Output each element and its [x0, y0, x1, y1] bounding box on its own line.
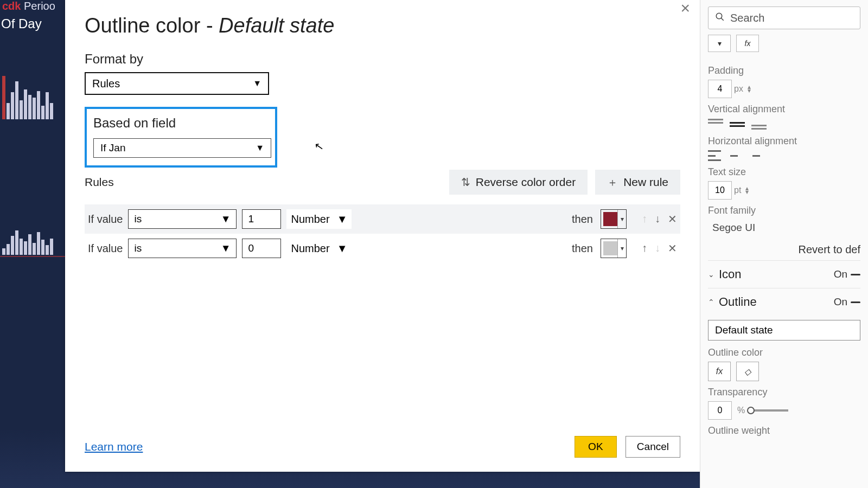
- conditional-formatting-dialog: × Outline color - Default state Format b…: [65, 0, 700, 472]
- dialog-title: Outline color - Default state: [85, 14, 680, 37]
- outline-section-header[interactable]: ⌃Outline On: [708, 288, 860, 316]
- transparency-unit: %: [737, 406, 745, 415]
- revert-to-default-link[interactable]: Revert to def: [708, 236, 860, 260]
- text-size-unit: pt: [734, 185, 741, 195]
- padding-label: Padding: [708, 65, 860, 76]
- valign-label: Vertical alignment: [708, 104, 860, 115]
- dialog-title-main: Outline color -: [85, 14, 219, 37]
- valign-top-icon[interactable]: [708, 118, 723, 130]
- color-swatch: [603, 241, 617, 255]
- based-on-field-highlight: Based on field If Jan ▼: [85, 107, 277, 168]
- chevron-down-icon: ▼: [337, 242, 348, 255]
- chevron-down-icon: ▾: [718, 39, 722, 48]
- close-icon[interactable]: ×: [680, 0, 690, 16]
- then-label: then: [572, 242, 593, 255]
- halign-left-icon[interactable]: [708, 150, 721, 161]
- valign-middle-icon[interactable]: [730, 118, 745, 130]
- of-day-label: Of Day: [0, 16, 65, 31]
- svg-line-1: [721, 18, 724, 21]
- chevron-down-icon: ▼: [221, 213, 231, 225]
- transparency-slider[interactable]: [750, 409, 788, 412]
- chevron-down-icon: ▼: [253, 79, 261, 88]
- transparency-input[interactable]: 0: [708, 401, 732, 420]
- chevron-down-icon: ▼: [221, 242, 231, 254]
- search-input[interactable]: Search: [708, 7, 860, 29]
- reverse-color-order-label: Reverse color order: [476, 176, 576, 189]
- rule-row: If value is▼ Number▼ then ▾ ↑ ↓ ✕: [85, 204, 680, 234]
- new-rule-button[interactable]: ＋ New rule: [595, 170, 680, 195]
- move-up-icon[interactable]: ↑: [642, 242, 647, 255]
- plus-icon: ＋: [607, 175, 618, 190]
- reverse-color-order-button[interactable]: ⇅ Reverse color order: [449, 170, 588, 195]
- move-up-icon: ↑: [642, 213, 647, 226]
- chevron-down-icon: ⌄: [708, 270, 714, 279]
- halign-group: [708, 150, 860, 161]
- rule-row: If value is▼ Number▼ then ▾ ↑ ↓ ✕: [85, 234, 680, 263]
- sort-icon: ⇅: [461, 176, 470, 189]
- chevron-up-icon: ⌃: [708, 298, 714, 306]
- font-family-value[interactable]: Segoe UI: [708, 220, 860, 236]
- move-down-icon: ↓: [655, 242, 660, 255]
- fx-button[interactable]: fx: [708, 362, 731, 381]
- rule-value-input[interactable]: [242, 239, 281, 258]
- transparency-label: Transparency: [708, 387, 860, 398]
- format-by-label: Format by: [85, 52, 680, 67]
- based-on-field-select[interactable]: If Jan ▼: [93, 138, 271, 158]
- padding-input[interactable]: 4: [708, 80, 732, 98]
- outline-color-label: Outline color: [708, 347, 860, 358]
- close-icon[interactable]: ✕: [668, 213, 677, 226]
- chevron-down-icon: ▾: [617, 210, 626, 228]
- cursor-icon: ↖: [314, 139, 325, 154]
- stepper-icon[interactable]: ▴▾: [748, 85, 751, 93]
- rules-list: If value is▼ Number▼ then ▾ ↑ ↓ ✕ If val…: [85, 204, 680, 263]
- outline-state-select[interactable]: Default state: [708, 320, 860, 341]
- logo-red: cdk: [2, 0, 21, 12]
- format-by-value: Rules: [92, 78, 120, 90]
- outline-weight-label: Outline weight: [708, 425, 860, 436]
- if-value-label: If value: [88, 242, 123, 255]
- halign-label: Horizontal alignment: [708, 136, 860, 147]
- format-panel: Search ▾ fx Padding 4 px ▴▾ Vertical ali…: [700, 0, 868, 488]
- rule-color-picker[interactable]: ▾: [601, 209, 627, 229]
- rule-type-select[interactable]: Number▼: [286, 209, 352, 229]
- search-icon: [715, 12, 725, 24]
- ok-button[interactable]: OK: [575, 436, 617, 458]
- rule-type-select[interactable]: Number▼: [286, 239, 352, 258]
- valign-bottom-icon[interactable]: [751, 118, 767, 130]
- valign-group: [708, 118, 860, 130]
- erase-icon[interactable]: ◇: [736, 362, 759, 381]
- rules-label: Rules: [85, 176, 114, 189]
- chevron-down-icon: ▼: [337, 213, 348, 226]
- dropdown-button[interactable]: ▾: [708, 35, 731, 52]
- halign-right-icon[interactable]: [747, 150, 760, 161]
- dialog-title-sub: Default state: [219, 14, 334, 37]
- new-rule-label: New rule: [623, 176, 668, 189]
- svg-point-0: [716, 13, 722, 19]
- halign-center-icon[interactable]: [727, 150, 741, 161]
- chevron-down-icon: ▼: [256, 143, 264, 153]
- text-size-label: Text size: [708, 166, 860, 178]
- stepper-icon[interactable]: ▴▾: [745, 187, 749, 194]
- toggle-icon: [851, 301, 860, 303]
- close-icon[interactable]: ✕: [668, 242, 677, 255]
- icon-section-header[interactable]: ⌄Icon On: [708, 260, 860, 288]
- move-down-icon[interactable]: ↓: [655, 213, 660, 226]
- color-swatch: [603, 212, 617, 226]
- learn-more-link[interactable]: Learn more: [85, 440, 143, 453]
- rule-operator-select[interactable]: is▼: [128, 239, 237, 258]
- format-by-select[interactable]: Rules ▼: [85, 72, 269, 95]
- background-chart-left: cdk Perioo Of Day: [0, 0, 65, 488]
- if-value-label: If value: [88, 213, 123, 226]
- padding-unit: px: [734, 84, 743, 94]
- rule-color-picker[interactable]: ▾: [601, 239, 627, 258]
- based-on-field-label: Based on field: [93, 115, 269, 131]
- then-label: then: [572, 213, 593, 226]
- search-placeholder: Search: [730, 12, 764, 24]
- rule-value-input[interactable]: [242, 209, 281, 229]
- cancel-button[interactable]: Cancel: [626, 436, 680, 458]
- rule-operator-select[interactable]: is▼: [128, 209, 237, 229]
- logo-rest: Perioo: [21, 0, 55, 12]
- fx-label: fx: [745, 39, 751, 48]
- fx-button[interactable]: fx: [736, 35, 759, 52]
- text-size-input[interactable]: 10: [708, 181, 732, 200]
